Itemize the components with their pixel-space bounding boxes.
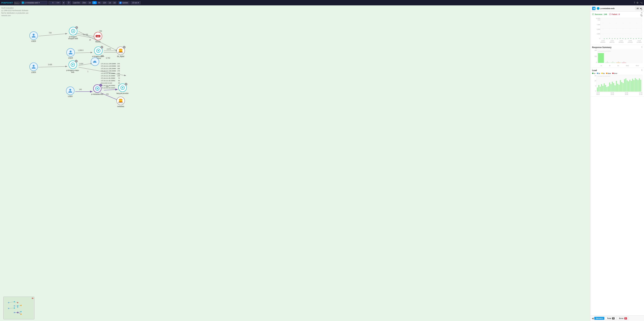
time-12h[interactable]: 12h — [102, 1, 107, 4]
load-x-3: 12-0510:45 — [625, 92, 628, 95]
app-icon — [22, 2, 24, 4]
svg-point-63 — [625, 38, 626, 39]
load-y-5: 5 — [592, 85, 596, 87]
node-redis-circle: redis — [94, 32, 102, 40]
node-mapp-web-circle: 2 — [68, 60, 77, 69]
legend-slow: Slow — [606, 72, 611, 74]
node-db-digital[interactable]: 2 MySQL db_digital — [116, 46, 125, 57]
node-metadata-db-circle: MySQL — [116, 97, 125, 105]
svg-point-55 — [604, 38, 604, 39]
node-user4[interactable]: USER — [66, 86, 74, 97]
time-20m[interactable]: 20m — [81, 1, 87, 4]
node-lang-pk-label: lang-pk-provider — [116, 92, 128, 94]
svg-line-53 — [18, 312, 21, 314]
y-label-10000: 10,000(ms) — [592, 18, 600, 21]
node-user2-circle — [66, 48, 75, 57]
help-icon[interactable]: ? — [634, 1, 635, 4]
edge-label-2075: 2,075 — [107, 48, 111, 50]
r-x-error: Error — [636, 65, 639, 66]
panel-service-name: p-metadata-web — [600, 8, 635, 10]
update-checkbox[interactable] — [119, 2, 122, 4]
github-icon[interactable]: ⌥ — [640, 1, 643, 4]
time-3h[interactable]: 3h — [92, 1, 97, 4]
success-check-icon: ☑ — [592, 13, 594, 16]
reload-icon[interactable]: ↺ — [641, 15, 643, 17]
response-summary-header: Response Summary ? — [592, 46, 642, 48]
panel-collapse-button[interactable]: ◀ — [592, 7, 596, 10]
time-6h[interactable]: 6h — [97, 1, 101, 4]
main-chart: 10,000(ms) 7,500 5,000 2,500 0 — [592, 18, 642, 43]
svg-rect-96 — [632, 79, 633, 92]
svg-rect-85 — [617, 84, 618, 92]
time-2d[interactable]: 2d — [112, 1, 117, 4]
tabs-arrow-back[interactable]: ◀ — [592, 317, 594, 320]
flow-button[interactable]: → 4 → 4 ▾ — [48, 1, 61, 4]
load-x-4: 12-0511:25 — [639, 92, 642, 95]
svg-rect-89 — [623, 83, 624, 92]
chart-body — [600, 18, 642, 39]
legend-error: Error — [612, 72, 617, 74]
svg-rect-54 — [32, 298, 34, 299]
load-help-icon[interactable]: ? — [641, 69, 642, 72]
svg-point-41 — [17, 306, 18, 308]
interval-button[interactable]: 10 sec ▾ — [130, 1, 140, 4]
time-1h[interactable]: 1h — [88, 1, 92, 4]
app-selector[interactable]: p-metadata-web ▾ — [20, 1, 48, 4]
x-label-5: 12-0511:46:22 — [637, 40, 642, 43]
arrow-count-left: 4 — [52, 2, 54, 4]
time-1d[interactable]: 1d — [108, 1, 112, 4]
response-summary-title: Response Summary — [592, 46, 612, 48]
failed-badge: ☑ Failed : 0 — [609, 13, 620, 16]
node-user1[interactable]: USER — [30, 32, 38, 42]
svg-line-46 — [8, 302, 14, 303]
tab-error-button[interactable]: Error 0 — [617, 317, 629, 320]
legend-1s: 1s — [592, 72, 596, 74]
arrow-separator: → — [54, 2, 56, 4]
chart-x-axis: 12-0508:46:22 12-0509:31:22 12-0510:16:2… — [600, 40, 642, 43]
r-x-slow: Slow — [626, 65, 629, 66]
svg-rect-88 — [621, 82, 622, 92]
node-redis[interactable]: redis REDIS — [94, 32, 102, 43]
response-help-icon[interactable]: ? — [641, 46, 642, 48]
svg-point-65 — [630, 38, 631, 39]
node-shopper-badge: 2 — [75, 26, 78, 29]
svg-rect-97 — [634, 80, 634, 92]
node-lang-pk[interactable]: 2 lang-pk-provider — [116, 84, 128, 94]
svg-rect-92 — [627, 80, 628, 92]
load-x-1: 12-0509:25 — [596, 92, 600, 95]
minimap[interactable] — [3, 297, 34, 319]
response-count-slow: 0 — [618, 61, 618, 63]
expand-icon[interactable]: ✕ — [641, 12, 643, 14]
node-user3[interactable]: USER — [30, 62, 38, 73]
node-open-service-badge: 2 — [100, 46, 103, 48]
node-metadata-db-label: metadata — [117, 106, 124, 108]
node-open-service[interactable]: 2 p-longguo-open-service — [92, 46, 105, 59]
svg-point-61 — [620, 38, 620, 39]
node-mapp-web[interactable]: 2 p-longguo-mapp-web — [66, 60, 80, 73]
node-metadata-web[interactable]: 2 p-metadata-web — [91, 84, 103, 95]
node-user2[interactable]: USER — [66, 48, 75, 59]
node-metadata-web-badge: 2 — [99, 84, 102, 86]
tab-total-button[interactable]: Total 2 — [605, 317, 616, 320]
node-user3-label: USER — [31, 72, 36, 73]
edge-label-155: 155 — [106, 93, 109, 95]
success-badge: ☑ Success : 146 — [592, 13, 607, 16]
svg-line-50 — [8, 308, 14, 308]
settings-icon[interactable]: ⚙ — [636, 1, 638, 4]
edge-label-6750: 6,750 — [106, 57, 110, 59]
tab-servers-button[interactable]: Servers — [594, 317, 604, 320]
time-last5m[interactable]: Last 5m — [72, 1, 81, 4]
node-shopper[interactable]: 2 p-longguo-shopper-web — [66, 27, 80, 40]
node-cloud[interactable] — [91, 58, 99, 66]
arrow-count-right: 4 — [57, 2, 58, 4]
y-label-0: 0 — [592, 38, 600, 39]
grid-view-button[interactable]: ≡ — [62, 1, 66, 4]
node-metadata-db[interactable]: MySQL metadata — [116, 97, 125, 108]
svg-rect-80 — [610, 84, 612, 92]
graph-edges-svg — [0, 6, 590, 321]
graph-area[interactable]: GoJS evaluation (c) 1998-2015 Northwoods… — [0, 6, 590, 321]
svg-rect-72 — [600, 87, 601, 92]
update-button[interactable]: Update — [118, 1, 130, 4]
edge-label-11166: 11,166 — [83, 34, 88, 36]
download-icon[interactable]: ⬇ — [641, 8, 643, 11]
